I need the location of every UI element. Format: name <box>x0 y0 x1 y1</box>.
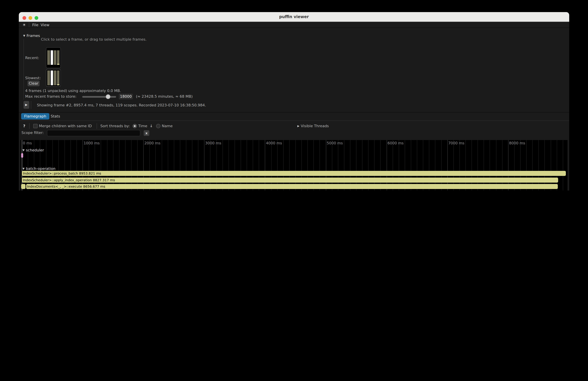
major-gridline <box>265 140 265 190</box>
max-frames-value[interactable]: 18000 <box>119 94 133 99</box>
max-frames-slider[interactable] <box>82 96 116 98</box>
menu-view[interactable]: View <box>41 23 49 27</box>
time-axis-label-top: 6000 ms <box>387 141 404 145</box>
scope-bar[interactable]: IndexScheduler>::process_batch 8953.821 … <box>22 171 566 176</box>
minor-gridline <box>156 140 156 190</box>
minor-gridline <box>95 140 95 190</box>
minor-gridline <box>125 140 126 190</box>
recent-frame-thumbnail[interactable] <box>46 47 61 68</box>
frames-section-header[interactable]: ▼Frames <box>23 34 40 38</box>
scope-bar-mini[interactable] <box>21 153 23 158</box>
sort-name-radio[interactable] <box>156 124 160 128</box>
major-gridline <box>143 140 144 190</box>
minor-gridline <box>52 140 53 190</box>
sort-threads-label: Sort threads by: <box>100 124 130 128</box>
theme-sun-icon[interactable]: ☀ <box>22 23 26 27</box>
thread-header[interactable]: ▼scheduler <box>22 148 44 152</box>
minor-gridline <box>77 140 77 190</box>
minor-gridline <box>417 140 417 190</box>
minor-gridline <box>490 140 490 190</box>
frames-indent-guide <box>23 39 24 100</box>
minor-gridline <box>320 140 320 190</box>
recent-label: Recent: <box>25 56 39 60</box>
clear-button[interactable]: Clear <box>27 81 40 86</box>
minor-gridline <box>520 140 521 190</box>
max-frames-approx: (≈ 23428.5 minutes, ≈ 68 MB) <box>136 94 193 99</box>
minor-gridline <box>453 140 454 190</box>
max-frames-slider-knob[interactable] <box>106 94 110 99</box>
scope-bar[interactable]: IndexScheduler>::apply_index_operation 8… <box>22 178 558 183</box>
minor-gridline <box>222 140 223 190</box>
showing-frame-info: Showing frame #2, 8957.4 ms, 7 threads, … <box>37 103 206 107</box>
frame-bar <box>54 70 56 85</box>
minor-gridline <box>149 140 150 190</box>
slowest-label: Slowest: <box>25 76 41 80</box>
major-gridline <box>386 140 387 190</box>
minor-gridline <box>411 140 411 190</box>
minor-gridline <box>259 140 259 190</box>
minor-gridline <box>399 140 399 190</box>
minor-gridline <box>40 140 41 190</box>
minor-gridline <box>64 140 65 190</box>
minor-gridline <box>277 140 277 190</box>
minor-gridline <box>131 140 132 190</box>
play-button[interactable]: ▶ <box>23 101 29 109</box>
minor-gridline <box>350 140 350 190</box>
minor-gridline <box>393 140 393 190</box>
time-axis-label-top: 4000 ms <box>266 141 282 145</box>
major-gridline <box>204 140 205 190</box>
minor-gridline <box>247 140 247 190</box>
minor-gridline <box>289 140 290 190</box>
minor-gridline <box>563 140 563 190</box>
minor-gridline <box>362 140 362 190</box>
sort-time-radio[interactable] <box>133 124 137 128</box>
scope-filter-input[interactable] <box>47 130 140 136</box>
minor-gridline <box>28 140 28 190</box>
time-axis-label-top: 7000 ms <box>448 141 464 145</box>
minor-gridline <box>241 140 241 190</box>
max-frames-label: Max recent frames to store: <box>25 94 77 99</box>
puffin-viewer-window: puffin viewer ☀ File View ▼Frames Click … <box>19 12 569 190</box>
window-title: puffin viewer <box>19 14 569 19</box>
scope-bar[interactable]: IndexDocuments<_, _>::execute 8656.677 m… <box>26 184 558 189</box>
minor-gridline <box>186 140 186 190</box>
titlebar: puffin viewer <box>19 12 569 22</box>
frame-bar <box>50 50 53 65</box>
minor-gridline <box>228 140 229 190</box>
sort-name-label: Name <box>162 124 173 128</box>
minor-gridline <box>283 140 283 190</box>
time-axis-label-top: 0 ms <box>23 141 32 145</box>
frame-bar <box>47 70 50 85</box>
flamegraph-canvas[interactable]: 0 ms0 ms1000 ms1000 ms2000 ms2000 ms3000… <box>21 140 567 190</box>
minor-gridline <box>551 140 551 190</box>
frame-bar <box>57 50 59 65</box>
scope-filter-label: Scope filter: <box>21 130 44 135</box>
tab-stats[interactable]: Stats <box>48 113 63 120</box>
frame-bar-tick <box>57 84 59 85</box>
minor-gridline <box>113 140 113 190</box>
scope-bar-mini[interactable] <box>21 184 25 189</box>
thread-header[interactable]: ▼batch-operation <box>22 167 55 171</box>
frame-bar <box>54 50 56 65</box>
help-button[interactable]: ? <box>23 124 25 128</box>
play-divider <box>31 101 31 109</box>
slowest-frame-thumbnail[interactable] <box>46 69 61 87</box>
minor-gridline <box>235 140 235 190</box>
minor-gridline <box>460 140 460 190</box>
frame-bar <box>57 70 59 85</box>
minor-gridline <box>557 140 557 190</box>
tab-flamegraph[interactable]: Flamegraph <box>21 113 49 120</box>
minor-gridline <box>405 140 405 190</box>
menu-file[interactable]: File <box>32 23 39 27</box>
minor-gridline <box>168 140 168 190</box>
merge-children-checkbox[interactable] <box>33 124 38 128</box>
menubar-divider <box>29 22 29 27</box>
minor-gridline <box>174 140 174 190</box>
visible-threads-toggle[interactable]: ▶Visible Threads <box>297 124 329 128</box>
scope-filter-clear-button[interactable]: x <box>144 130 149 136</box>
sort-direction-arrow-icon[interactable]: ↓ <box>150 124 153 128</box>
minor-gridline <box>532 140 533 190</box>
time-axis-label-top: 5000 ms <box>327 141 343 145</box>
separator <box>19 121 569 121</box>
collapse-triangle-icon: ▼ <box>22 167 24 170</box>
